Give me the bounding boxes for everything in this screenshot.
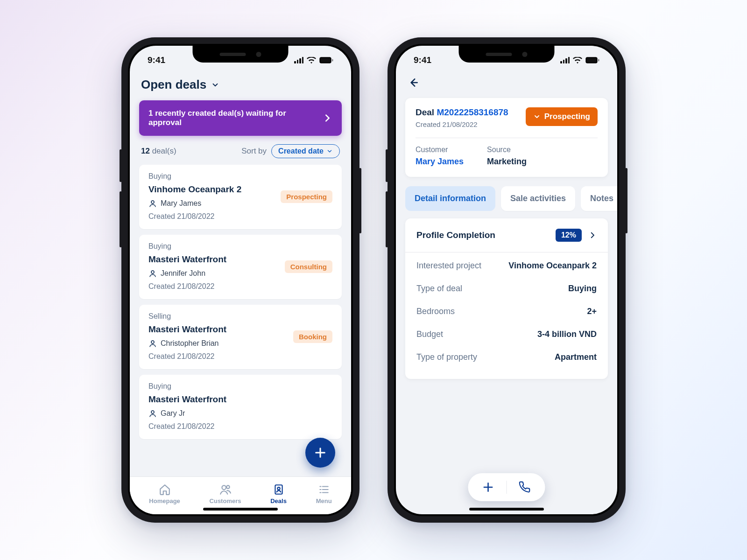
svg-point-10 [277,487,280,490]
detail-value: 3-4 billion VND [537,329,597,339]
deal-kind: Selling [148,312,293,321]
nav-label: Deals [270,497,287,504]
detail-key: Type of property [416,352,477,362]
deals-icon [273,483,285,496]
detail-row: Budget 3-4 billion VND [416,323,597,346]
deal-person: Gary Jr [148,409,332,418]
deal-person: Jennifer John [148,269,285,278]
person-icon [148,339,157,348]
svg-point-8 [226,485,230,489]
deal-title: Masteri Waterfront [148,394,332,405]
detail-key: Type of deal [416,284,462,294]
nav-menu[interactable]: Menu [316,483,332,504]
deal-status-badge: Consulting [285,260,332,273]
detail-value: Vinhome Oceanpark 2 [508,261,597,271]
detail-key: Bedrooms [416,307,455,316]
notch [193,46,289,63]
chevron-right-icon [322,113,332,123]
person-icon [148,269,157,278]
deal-card[interactable]: Buying Masteri Waterfront Gary Jr Create… [139,375,342,439]
deal-card[interactable]: Selling Masteri Waterfront Christopher B… [139,305,342,369]
deal-status-dropdown[interactable]: Prospecting [526,107,598,126]
back-arrow-icon[interactable] [407,77,419,89]
page-title: Open deals [141,77,206,92]
call-button[interactable] [519,481,531,493]
detail-row: Type of deal Buying [416,277,597,300]
deal-created: Created 21/08/2022 [148,422,332,431]
cellular-icon [560,57,570,63]
svg-rect-1 [321,58,331,63]
deal-kind: Buying [148,172,281,181]
svg-point-6 [151,411,154,413]
deal-card[interactable]: Buying Vinhome Oceanpark 2 Mary James Cr… [139,165,342,229]
home-indicator [469,508,544,511]
tab-notes[interactable]: Notes [581,186,617,211]
homepage-icon [159,483,171,496]
plus-icon [314,446,327,459]
nav-deals[interactable]: Deals [270,483,287,504]
nav-customers[interactable]: Customers [210,483,241,504]
deal-title: Masteri Waterfront [148,254,285,265]
detail-card: Profile Completion 12% Interested projec… [405,218,608,379]
person-icon [148,199,157,208]
profile-completion-value: 12% [556,229,582,242]
nav-label: Customers [210,497,241,504]
status-time: 9:41 [148,55,165,65]
deal-person: Mary James [148,199,281,208]
deal-created: Created 21/08/2022 [148,282,285,291]
nav-label: Homepage [149,497,180,504]
add-deal-fab[interactable] [305,438,335,468]
detail-value: Buying [568,284,597,294]
deal-created: Created 21/08/2022 [148,212,281,221]
status-time: 9:41 [414,55,431,65]
phone-frame-left: 9:41 Open deals 1 recently created deal(… [121,37,359,523]
approval-banner[interactable]: 1 recently created deal(s) waiting for a… [139,100,342,136]
deal-title: Vinhome Oceanpark 2 [148,184,281,195]
deal-status-badge: Prospecting [281,190,332,203]
wifi-icon [573,57,582,64]
battery-icon [319,57,333,63]
profile-completion-row[interactable]: Profile Completion 12% [405,218,608,252]
divider [507,481,507,494]
svg-point-7 [222,485,226,490]
detail-key: Interested project [416,261,481,271]
deal-created-date: Created 21/08/2022 [416,120,508,128]
svg-point-3 [151,201,154,203]
customers-icon [219,483,232,496]
field-value: Mary James [416,157,464,167]
tab-detail-information[interactable]: Detail information [405,186,495,211]
nav-homepage[interactable]: Homepage [149,483,180,504]
chevron-right-icon [588,231,597,239]
cellular-icon [294,57,303,63]
deal-kind: Buying [148,382,332,391]
deal-person: Christopher Brian [148,339,293,348]
notch [459,46,555,63]
deal-card[interactable]: Buying Masteri Waterfront Jennifer John … [139,235,342,299]
svg-point-5 [151,341,154,343]
add-activity-button[interactable] [482,481,494,493]
page-header[interactable]: Open deals [130,72,351,94]
phone-icon [519,481,531,493]
field-label: Source [487,146,527,154]
deal-summary-card: Deal M2022258316878 Created 21/08/2022 P… [405,98,608,177]
sort-dropdown[interactable]: Created date [271,144,340,158]
phone-frame-right: 9:41 Deal M2022258316878 [388,37,626,523]
deal-status-badge: Booking [293,330,332,343]
person-icon [148,409,157,418]
menu-icon [318,483,330,496]
detail-value: 2+ [587,307,597,316]
svg-rect-12 [587,58,597,63]
detail-row: Interested project Vinhome Oceanpark 2 [416,254,597,277]
svg-rect-2 [332,59,333,62]
home-indicator [203,508,278,511]
deal-created: Created 21/08/2022 [148,352,293,361]
deal-customer[interactable]: Customer Mary James [416,146,464,167]
profile-completion-title: Profile Completion [416,230,495,240]
deal-kind: Buying [148,242,285,251]
chevron-down-icon [211,81,219,89]
svg-rect-13 [598,59,599,62]
tab-sale-activities[interactable]: Sale activities [501,186,575,211]
deal-id: Deal M2022258316878 [416,107,508,118]
detail-value: Apartment [555,352,597,362]
deal-list: Buying Vinhome Oceanpark 2 Mary James Cr… [130,158,351,477]
